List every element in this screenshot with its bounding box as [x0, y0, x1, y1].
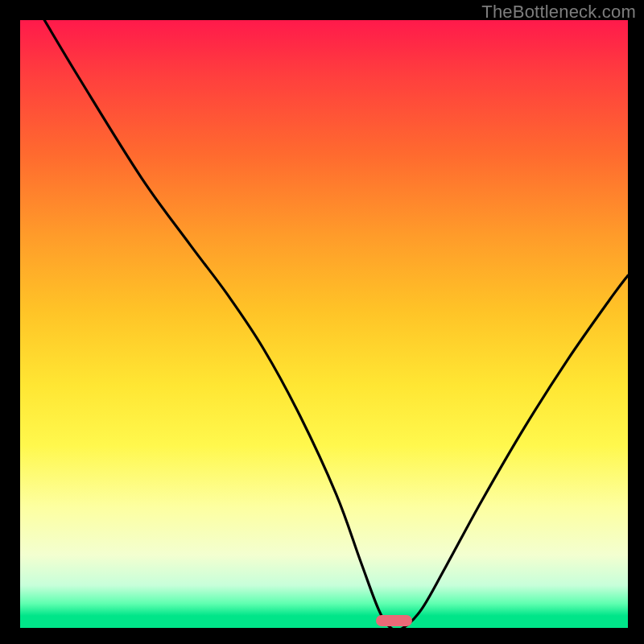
- bottleneck-curve: [20, 20, 628, 628]
- optimal-range-marker: [376, 615, 412, 626]
- plot-area: [20, 20, 628, 628]
- chart-frame: TheBottleneck.com: [0, 0, 644, 644]
